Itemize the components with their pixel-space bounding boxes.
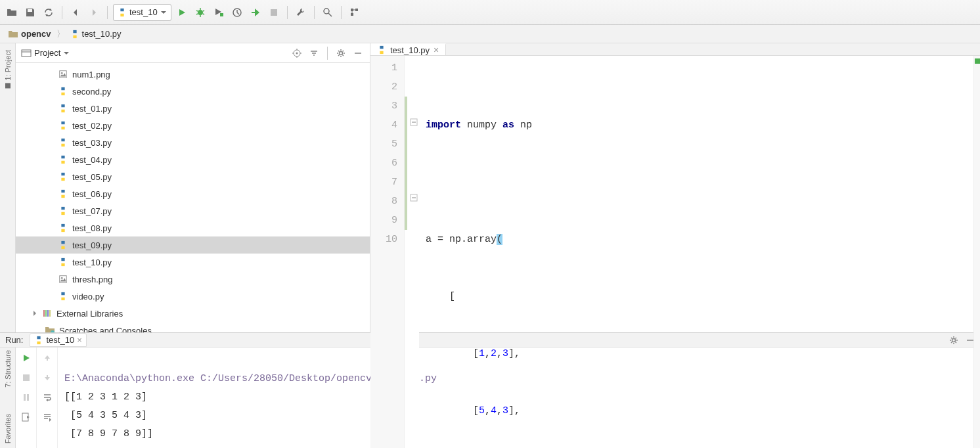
tree-scratches[interactable]: Scratches and Consoles bbox=[16, 322, 370, 332]
hide-icon[interactable] bbox=[351, 47, 365, 60]
coverage-icon[interactable] bbox=[211, 5, 227, 20]
console-line: [7 8 9 7 8 9]] bbox=[64, 428, 153, 439]
svg-rect-25 bbox=[24, 394, 26, 401]
code-editor[interactable]: 12345678910 import numpy as np a = np.ar… bbox=[370, 56, 980, 448]
scroll-end-icon[interactable] bbox=[41, 411, 54, 424]
project-tree[interactable]: num1.pngsecond.pytest_01.pytest_02.pytes… bbox=[16, 63, 370, 332]
python-icon bbox=[58, 154, 68, 165]
python-icon bbox=[58, 120, 68, 131]
close-icon[interactable]: × bbox=[434, 45, 439, 55]
tree-file[interactable]: test_07.py bbox=[16, 202, 370, 219]
search-icon[interactable] bbox=[320, 5, 336, 20]
error-strip[interactable] bbox=[973, 56, 980, 448]
image-icon bbox=[58, 69, 68, 79]
tree-file[interactable]: num1.png bbox=[16, 66, 370, 83]
left-gutter-lower: 7: Structure Favorites bbox=[0, 347, 16, 448]
close-icon[interactable]: × bbox=[77, 335, 82, 345]
tree-file-label: test_02.py bbox=[72, 121, 112, 131]
up-icon[interactable] bbox=[41, 351, 54, 365]
breadcrumb-root-label: opencv bbox=[21, 29, 51, 39]
tree-file[interactable]: thresh.png bbox=[16, 271, 370, 288]
project-icon bbox=[21, 49, 32, 58]
tree-file-label: second.py bbox=[72, 87, 111, 97]
library-icon bbox=[42, 309, 53, 318]
side-tab-project[interactable]: 1: Project bbox=[4, 50, 12, 88]
tree-file[interactable]: test_10.py bbox=[16, 254, 370, 271]
svg-rect-5 bbox=[351, 9, 353, 11]
svg-point-4 bbox=[324, 9, 329, 14]
tree-file[interactable]: test_09.py bbox=[16, 236, 370, 254]
stop-icon[interactable] bbox=[20, 371, 33, 384]
fold-strip bbox=[409, 56, 419, 448]
python-icon bbox=[58, 206, 68, 216]
svg-point-15 bbox=[61, 277, 63, 279]
svg-rect-29 bbox=[47, 375, 48, 378]
status-ok-icon bbox=[975, 58, 980, 64]
tree-file-label: thresh.png bbox=[72, 275, 112, 284]
tree-file-label: num1.png bbox=[72, 70, 110, 79]
python-icon bbox=[58, 86, 68, 97]
breadcrumb-file[interactable]: test_10.py bbox=[68, 29, 124, 39]
gear-icon[interactable] bbox=[334, 47, 347, 60]
tree-file[interactable]: video.py bbox=[16, 288, 370, 305]
debug-icon[interactable] bbox=[192, 5, 208, 20]
tree-file[interactable]: test_01.py bbox=[16, 100, 370, 117]
python-icon bbox=[70, 30, 79, 39]
wrench-icon[interactable] bbox=[293, 5, 309, 20]
tree-file[interactable]: test_02.py bbox=[16, 117, 370, 134]
save-icon[interactable] bbox=[22, 5, 38, 20]
sync-icon[interactable] bbox=[41, 5, 56, 20]
profile-icon[interactable] bbox=[229, 5, 245, 20]
project-panel-header: Project bbox=[16, 43, 370, 63]
svg-point-11 bbox=[340, 51, 343, 55]
run-config-combo[interactable]: test_10 bbox=[113, 4, 171, 21]
tree-file[interactable]: test_04.py bbox=[16, 151, 370, 168]
editor-tab-active[interactable]: test_10.py × bbox=[370, 43, 446, 55]
tree-file-label: test_04.py bbox=[72, 155, 112, 165]
svg-rect-17 bbox=[45, 310, 47, 317]
back-icon[interactable] bbox=[68, 5, 83, 20]
soft-wrap-icon[interactable] bbox=[41, 391, 54, 404]
breadcrumb-file-label: test_10.py bbox=[82, 29, 122, 39]
svg-rect-24 bbox=[23, 374, 30, 381]
side-tab-structure[interactable]: 7: Structure bbox=[4, 350, 12, 388]
breadcrumb-root[interactable]: opencv bbox=[5, 29, 54, 39]
python-icon bbox=[58, 171, 68, 182]
down-icon[interactable] bbox=[41, 371, 54, 384]
fold-minus-icon[interactable] bbox=[410, 118, 418, 126]
tree-file[interactable]: test_05.py bbox=[16, 168, 370, 185]
tree-file[interactable]: test_03.py bbox=[16, 134, 370, 151]
stop-icon[interactable] bbox=[266, 5, 282, 20]
attach-icon[interactable] bbox=[248, 5, 263, 20]
tree-file-label: test_03.py bbox=[72, 138, 112, 148]
open-icon[interactable] bbox=[4, 5, 20, 20]
structure-icon[interactable] bbox=[347, 5, 363, 20]
collapse-icon[interactable] bbox=[307, 47, 321, 60]
tree-file-label: test_10.py bbox=[72, 258, 112, 267]
run-icon[interactable] bbox=[174, 5, 190, 20]
side-tab-favorites[interactable]: Favorites bbox=[4, 414, 12, 443]
fold-minus-icon[interactable] bbox=[410, 194, 418, 202]
chevron-down-icon bbox=[160, 9, 167, 16]
chevron-down-icon[interactable] bbox=[63, 50, 70, 56]
tree-file[interactable]: test_08.py bbox=[16, 219, 370, 236]
main-toolbar: test_10 bbox=[0, 0, 980, 25]
run-tab[interactable]: test_10 × bbox=[30, 333, 86, 347]
tree-file[interactable]: second.py bbox=[16, 83, 370, 100]
editor-area: test_10.py × 12345678910 import numpy as… bbox=[370, 43, 980, 332]
svg-rect-6 bbox=[355, 9, 358, 11]
tree-external-libraries[interactable]: External Libraries bbox=[16, 305, 370, 322]
svg-rect-28 bbox=[47, 358, 48, 361]
rerun-icon[interactable] bbox=[20, 351, 33, 365]
tree-file[interactable]: test_06.py bbox=[16, 185, 370, 202]
tree-file-label: test_01.py bbox=[72, 104, 112, 114]
forward-icon[interactable] bbox=[86, 5, 102, 20]
pause-icon[interactable] bbox=[20, 391, 33, 404]
breadcrumb: opencv 〉 test_10.py bbox=[0, 25, 980, 43]
left-gutter: 1: Project bbox=[0, 43, 16, 332]
locate-icon[interactable] bbox=[290, 47, 303, 60]
code-content[interactable]: import numpy as np a = np.array( [ [1,2,… bbox=[419, 56, 973, 448]
folder-icon bbox=[8, 30, 18, 39]
exit-icon[interactable] bbox=[20, 411, 33, 424]
python-icon bbox=[58, 291, 68, 302]
